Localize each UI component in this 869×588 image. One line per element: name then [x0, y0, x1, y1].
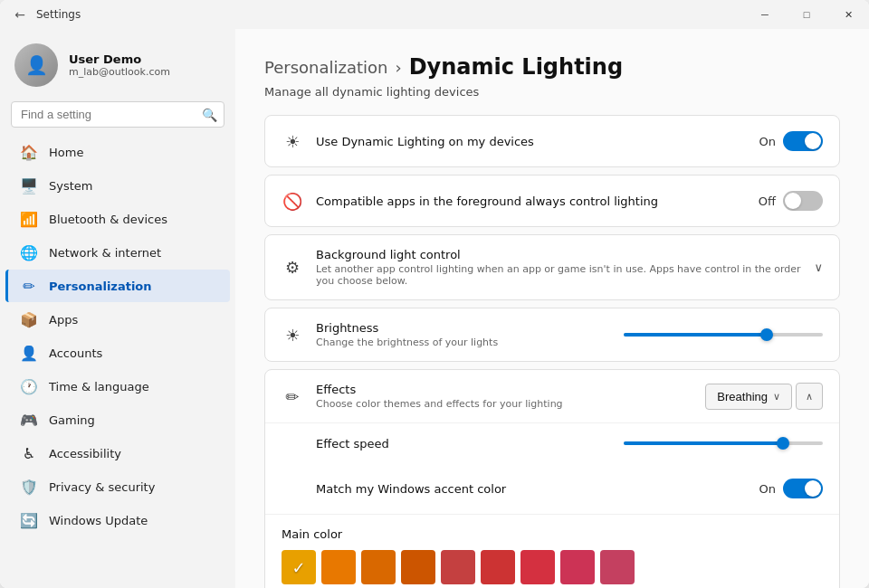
network-icon: 🌐 [20, 243, 38, 261]
dynamic-lighting-control: On [759, 131, 823, 151]
background-light-header[interactable]: ⚙ Background light control Let another a… [265, 235, 839, 299]
color-swatch[interactable] [361, 550, 396, 584]
sidebar-item-gaming[interactable]: 🎮 Gaming [5, 403, 230, 436]
search-icon: 🔍 [202, 108, 217, 122]
brightness-card: ☀ Brightness Change the brightness of yo… [264, 308, 840, 362]
brightness-text: Brightness Change the brightness of your… [316, 321, 611, 348]
brightness-slider-thumb[interactable] [760, 328, 773, 341]
effects-desc: Choose color themes and effects for your… [316, 398, 692, 410]
sidebar-item-apps[interactable]: 📦 Apps [5, 303, 230, 336]
effect-speed-slider-thumb[interactable] [777, 437, 789, 450]
brightness-control [624, 333, 823, 337]
sidebar-item-privacy[interactable]: 🛡️ Privacy & security [5, 470, 230, 503]
expand-chevron-icon: ∨ [814, 261, 823, 274]
sidebar-item-accessibility-label: Accessibility [49, 447, 121, 460]
user-name: User Demo [69, 52, 170, 66]
color-swatch[interactable] [321, 550, 356, 584]
toggle-thumb-3 [805, 480, 821, 497]
sidebar-item-time[interactable]: 🕐 Time & language [5, 370, 230, 403]
accent-color-control: On [759, 479, 823, 498]
bluetooth-icon: 📶 [20, 210, 38, 228]
time-icon: 🕐 [20, 377, 38, 395]
chevron-down-icon: ∨ [773, 391, 780, 403]
brightness-slider-track[interactable] [624, 333, 823, 337]
close-button[interactable]: ✕ [827, 0, 869, 29]
compatible-apps-toggle[interactable] [783, 191, 823, 211]
accent-icon [282, 478, 303, 499]
dynamic-lighting-text: Use Dynamic Lighting on my devices [316, 135, 747, 148]
effect-speed-slider-fill [624, 441, 783, 445]
effects-control: Breathing ∨ ∧ [705, 383, 823, 410]
background-light-text: Background light control Let another app… [316, 248, 801, 287]
titlebar-controls: ─ □ ✕ [744, 0, 869, 29]
dynamic-lighting-toggle-label: On [759, 135, 776, 148]
sidebar-item-system[interactable]: 🖥️ System [5, 169, 230, 202]
back-button[interactable]: ← [11, 5, 29, 24]
sidebar-item-privacy-label: Privacy & security [49, 480, 155, 494]
compatible-apps-label: Compatible apps in the foreground always… [316, 194, 746, 208]
speed-icon [282, 432, 303, 454]
color-swatch[interactable] [520, 550, 555, 584]
color-swatch[interactable] [401, 550, 435, 584]
sidebar-item-home[interactable]: 🏠 Home [5, 136, 230, 168]
color-swatch[interactable] [441, 550, 475, 584]
avatar: 👤 [14, 43, 58, 87]
privacy-icon: 🛡️ [20, 478, 38, 496]
compatible-apps-text: Compatible apps in the foreground always… [316, 194, 746, 208]
toggle-thumb [805, 133, 821, 149]
sidebar-item-accessibility[interactable]: ♿ Accessibility [5, 437, 230, 469]
color-swatch[interactable] [560, 550, 595, 584]
main-color-title: Main color [282, 527, 823, 541]
sidebar: 👤 User Demo m_lab@outlook.com 🔍 🏠 Home 🖥… [0, 29, 235, 588]
sidebar-item-update-label: Windows Update [49, 514, 148, 527]
accounts-icon: 👤 [20, 344, 38, 362]
effects-text: Effects Choose color themes and effects … [316, 383, 692, 410]
sidebar-item-network[interactable]: 🌐 Network & internet [5, 236, 230, 269]
sidebar-item-personalization[interactable]: ✏️ Personalization [5, 270, 230, 302]
minimize-button[interactable]: ─ [744, 0, 786, 29]
main-color-section: Main color [265, 514, 839, 588]
sidebar-item-update[interactable]: 🔄 Windows Update [5, 504, 230, 536]
sun-icon: ☀ [282, 130, 303, 152]
sidebar-item-bluetooth-label: Bluetooth & devices [49, 213, 167, 226]
color-row-1 [282, 550, 823, 584]
compatible-apps-toggle-label: Off [759, 194, 776, 208]
main-layout: 👤 User Demo m_lab@outlook.com 🔍 🏠 Home 🖥… [0, 29, 869, 588]
sidebar-item-system-label: System [49, 179, 92, 193]
gaming-icon: 🎮 [20, 411, 38, 429]
search-box: 🔍 [11, 101, 224, 128]
effect-speed-slider-container [624, 441, 823, 445]
accent-color-toggle[interactable] [783, 479, 823, 498]
effects-dropdown-value: Breathing [717, 390, 768, 403]
dynamic-lighting-toggle[interactable] [783, 131, 823, 151]
user-info: User Demo m_lab@outlook.com [69, 52, 170, 78]
compatible-apps-row: 🚫 Compatible apps in the foreground alwa… [265, 175, 839, 226]
sidebar-item-gaming-label: Gaming [49, 413, 95, 427]
effect-speed-slider-track[interactable] [624, 441, 823, 445]
titlebar: ← Settings ─ □ ✕ [0, 0, 869, 29]
brightness-icon: ☀ [282, 324, 303, 346]
brightness-desc: Change the brightness of your lights [316, 337, 611, 348]
update-icon: 🔄 [20, 511, 38, 529]
background-light-desc: Let another app control lighting when an… [316, 263, 801, 287]
effects-row: ✏ Effects Choose color themes and effect… [265, 370, 839, 422]
breadcrumb-parent[interactable]: Personalization [264, 58, 387, 77]
sidebar-item-accounts[interactable]: 👤 Accounts [5, 337, 230, 369]
compatible-icon: 🚫 [282, 190, 303, 212]
color-swatch[interactable] [481, 550, 515, 584]
sidebar-item-home-label: Home [49, 146, 83, 159]
effects-dropdown-button[interactable]: Breathing ∨ [705, 384, 792, 410]
sidebar-item-bluetooth[interactable]: 📶 Bluetooth & devices [5, 203, 230, 235]
accessibility-icon: ♿ [20, 444, 38, 462]
accent-color-text: Match my Windows accent color [316, 482, 747, 496]
search-input[interactable] [11, 101, 224, 128]
maximize-button[interactable]: □ [786, 0, 827, 29]
color-swatch[interactable] [600, 550, 635, 584]
accent-color-row: Match my Windows accent color On [265, 463, 839, 514]
user-panel: 👤 User Demo m_lab@outlook.com [0, 29, 235, 98]
brightness-slider-container [624, 333, 823, 337]
dynamic-lighting-row: ☀ Use Dynamic Lighting on my devices On [265, 116, 839, 166]
color-swatch[interactable] [282, 550, 316, 584]
sidebar-item-personalization-label: Personalization [49, 280, 152, 293]
effects-expand-button[interactable]: ∧ [796, 383, 823, 410]
